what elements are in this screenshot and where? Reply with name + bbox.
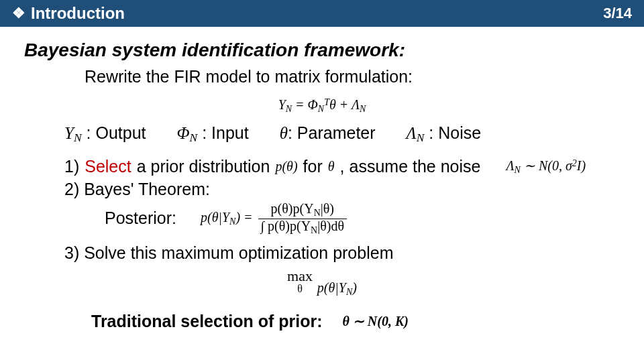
step1-text-b: a prior distribution <box>137 156 270 178</box>
posterior-numerator: p(θ)p(YN|θ) <box>258 202 347 219</box>
step-2: 2) Bayes' Theorem: <box>64 178 620 201</box>
posterior-fraction: p(θ)p(YN|θ) ∫ p(θ)p(YN|θ)dθ <box>258 202 347 235</box>
slide-body: Bayesian system identification framework… <box>0 27 644 333</box>
slide-title: Introduction <box>31 4 125 23</box>
rewrite-line: Rewrite the FIR model to matrix formulat… <box>85 66 620 88</box>
def-output: YN : Output <box>64 122 146 146</box>
step1-theta: θ <box>328 158 335 176</box>
traditional-selection: Traditional selection of prior: θ ∼ N(0,… <box>91 310 620 333</box>
slide-header: ❖ Introduction 3/14 <box>0 0 644 27</box>
step1-select: Select <box>85 156 131 178</box>
diamond-bullet-icon: ❖ <box>12 5 25 22</box>
def-parameter: θ: Parameter <box>280 122 376 145</box>
step-3: 3) Solve this maximum optimization probl… <box>64 242 620 265</box>
symbol-definitions: YN : Output ΦN : Input θ: Parameter ΛN :… <box>64 122 620 146</box>
slide-title-group: ❖ Introduction <box>12 4 125 23</box>
selection-label: Traditional selection of prior: <box>91 310 322 333</box>
page-number: 3/14 <box>603 5 632 22</box>
posterior-label: Posterior: <box>105 207 176 230</box>
max-equation: max θ p(θ|YN) <box>24 269 620 298</box>
main-equation: YN = ΦNTθ + ΛN <box>24 93 620 115</box>
posterior-lhs: p(θ|YN) = <box>201 208 253 228</box>
max-arg: p(θ|YN) <box>317 280 357 295</box>
posterior-denominator: ∫ p(θ)p(YN|θ)dθ <box>258 219 347 235</box>
step1-text-d: , assume the noise <box>340 156 481 178</box>
step1-num: 1) <box>64 156 79 178</box>
section-heading: Bayesian system identification framework… <box>24 38 620 63</box>
max-operator: max <box>287 269 313 284</box>
def-noise: ΛN : Noise <box>407 122 482 146</box>
step1-ptheta: p(θ) <box>275 158 297 176</box>
def-input: ΦN : Input <box>177 122 249 146</box>
selection-equation: θ ∼ N(0, K) <box>342 312 408 330</box>
step-1: 1) Select a prior distribution p(θ) for … <box>64 156 620 178</box>
step1-text-c: for <box>303 156 323 178</box>
max-subscript: θ <box>287 284 313 294</box>
posterior-row: Posterior: p(θ|YN) = p(θ)p(YN|θ) ∫ p(θ)p… <box>105 202 620 235</box>
